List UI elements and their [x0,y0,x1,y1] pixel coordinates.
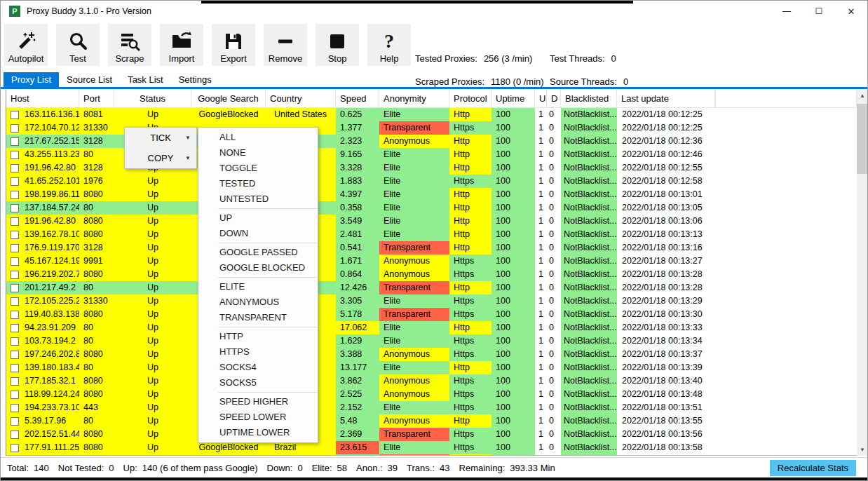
test-button[interactable]: Test [56,24,100,66]
help-button[interactable]: ? Help [367,24,411,66]
table-row[interactable]: 172.105.225.236 31330 Up 3.305 Elite Htt… [6,294,857,308]
scrollbar-thumb[interactable] [857,104,868,174]
row-checkbox[interactable] [11,231,19,239]
row-checkbox[interactable] [11,337,19,346]
row-checkbox[interactable] [11,324,19,332]
context-menu-item[interactable]: UP [198,210,318,226]
row-checkbox[interactable] [11,137,19,146]
row-checkbox[interactable] [11,391,19,399]
remove-button[interactable]: Remove [264,24,307,66]
context-menu-item[interactable]: SOCKS4 [198,360,318,375]
context-menu-parent-item[interactable]: COPY▼ [125,148,196,168]
table-row[interactable]: 201.217.49.2 80 Up 12.426 Transparent Ht… [6,281,857,294]
table-row[interactable]: 198.199.86.11 8080 Up 4.397 Elite Http 1… [6,188,857,201]
table-row[interactable]: 177.91.111.253 8080 Up GoogleBlocked Bra… [6,441,857,454]
context-menu-item[interactable]: DOWN [198,226,318,241]
header-last-update[interactable]: Last update [617,90,715,107]
table-row[interactable]: 163.116.136.113 8081 Up GoogleBlocked Un… [6,108,857,121]
close-button[interactable]: ✕ [835,1,867,22]
tab-proxy-list[interactable]: Proxy List [4,72,59,87]
header-protocol[interactable]: Protocol [449,90,491,107]
table-row[interactable]: 103.73.194.2 80 Up 1.629 Elite Https 100… [6,334,857,348]
table-row[interactable]: 119.40.83.138 8080 Up 5.178 Transparent … [6,308,857,321]
table-row[interactable]: 197.246.202.81 8080 Up 3.388 Anonymous H… [6,348,857,361]
stop-button[interactable]: Stop [316,24,359,66]
header-up-count[interactable]: U [535,90,547,107]
table-row[interactable]: 118.99.124.244 8080 Up 2.525 Anonymous H… [6,388,857,401]
scroll-up-icon[interactable]: ▲ [857,90,868,102]
row-checkbox[interactable] [11,271,19,279]
context-menu-parent-item[interactable]: TICK▼ [125,128,196,148]
row-checkbox[interactable] [11,404,19,412]
recalculate-stats-button[interactable]: Recalculate Stats [770,460,856,476]
minimize-button[interactable]: — [771,1,803,22]
header-country[interactable]: Country [266,90,336,107]
context-menu-item[interactable]: ANONYMOUS [198,294,318,310]
row-checkbox[interactable] [11,177,19,186]
context-menu-item[interactable]: HTTPS [198,344,318,360]
context-menu-item[interactable]: TRANSPARENT [198,310,318,325]
table-row[interactable]: 94.23.91.209 80 Up 17.062 Elite Http 100… [6,321,857,334]
scroll-down-icon[interactable]: ▼ [857,444,868,456]
context-menu-item[interactable]: TOGGLE [198,161,318,176]
header-blacklisted[interactable]: Blacklisted [561,90,617,107]
row-checkbox[interactable] [11,417,19,426]
context-menu-item[interactable]: UNTESTED [198,191,318,207]
header-speed[interactable]: Speed [336,90,379,107]
header-host[interactable]: Host [6,90,79,107]
table-row[interactable]: 41.65.252.101 1976 Up 1.883 Elite Https … [6,175,857,188]
table-row[interactable]: 5.39.17.96 80 Up 5.48 Anonymous Http 100… [6,414,857,428]
export-button[interactable]: Export [212,24,255,66]
vertical-scrollbar[interactable]: ▲ ▼ [857,90,868,456]
scrape-button[interactable]: Scrape [108,24,151,66]
header-down-count[interactable]: D [547,90,561,107]
table-row[interactable]: 191.96.42.80 8080 Up 3.549 Elite Http 10… [6,215,857,228]
row-checkbox[interactable] [11,151,19,159]
table-row[interactable]: 202.152.51.44 8080 Up 2.369 Transparent … [6,428,857,441]
row-checkbox[interactable] [11,297,19,306]
header-google-search[interactable]: Google Search [191,90,266,107]
import-button[interactable]: Import [160,24,203,66]
table-row[interactable]: 177.185.32.1 8080 Up 3.862 Anonymous Htt… [6,374,857,388]
table-row[interactable]: 139.162.78.109 8080 Up 2.481 Elite Http … [6,228,857,241]
row-checkbox[interactable] [11,124,19,133]
table-row[interactable]: 196.219.202.74 8080 Up 0.864 Anonymous H… [6,268,857,281]
table-row[interactable]: 45.167.124.193 9991 Up 1.671 Anonymous H… [6,255,857,268]
row-checkbox[interactable] [11,364,19,372]
row-checkbox[interactable] [11,431,19,439]
row-checkbox[interactable] [11,164,19,172]
row-checkbox[interactable] [11,257,19,266]
context-menu-item[interactable]: ELITE [198,279,318,294]
table-row[interactable]: 137.184.57.245 80 Up 0.358 Elite Http 10… [6,201,857,215]
row-checkbox[interactable] [11,217,19,226]
context-menu-item[interactable]: HTTP [198,329,318,344]
table-row[interactable]: 139.180.183.41 80 Up 13.177 Elite Http 1… [6,361,857,374]
tab-source-list[interactable]: Source List [59,72,120,87]
header-status[interactable]: Status [114,90,191,107]
header-uptime[interactable]: Uptime [491,90,535,107]
maximize-button[interactable]: ☐ [803,1,835,22]
tab-task-list[interactable]: Task List [120,72,171,87]
header-port[interactable]: Port [79,90,114,107]
row-checkbox[interactable] [11,284,19,292]
context-menu-item[interactable]: SPEED HIGHER [198,394,318,409]
row-checkbox[interactable] [11,377,19,386]
context-menu-item[interactable]: UPTIME LOWER [198,425,318,440]
row-checkbox[interactable] [11,444,19,452]
row-checkbox[interactable] [11,204,19,212]
table-row[interactable]: 194.233.73.109 443 Up 2.152 Elite Https … [6,401,857,414]
row-checkbox[interactable] [11,244,19,252]
context-menu-item[interactable]: SPEED LOWER [198,409,318,425]
context-menu-item[interactable]: ALL [198,130,318,145]
context-menu-item[interactable]: GOOGLE BLOCKED [198,260,318,276]
header-anonymity[interactable]: Anonymity [379,90,449,107]
context-menu-item[interactable]: SOCKS5 [198,375,318,391]
context-menu-item[interactable]: TESTED [198,176,318,191]
autopilot-button[interactable]: Autopilot [4,24,48,66]
row-checkbox[interactable] [11,311,19,319]
row-checkbox[interactable] [11,191,19,199]
tab-settings[interactable]: Settings [171,72,219,87]
table-row[interactable]: 176.9.119.170 3128 Up 0.541 Transparent … [6,241,857,255]
context-menu-item[interactable]: NONE [198,145,318,161]
context-menu-item[interactable]: GOOGLE PASSED [198,245,318,260]
